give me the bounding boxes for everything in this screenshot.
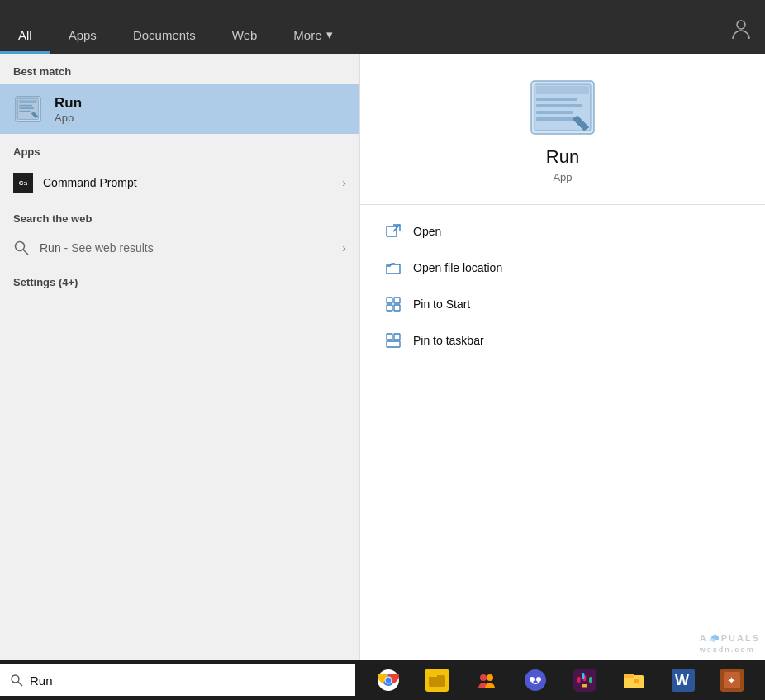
action-pin-start-label: Pin to Start [413, 298, 470, 311]
svg-text:W: W [675, 672, 689, 688]
watermark: A🧢PUALSwsxdn.com [695, 630, 765, 657]
svg-rect-46 [582, 673, 585, 679]
svg-rect-12 [536, 86, 589, 94]
taskbar-search-text: Run [30, 674, 53, 688]
web-chevron-icon: › [342, 241, 346, 255]
nav-tab-documents[interactable]: Documents [115, 28, 214, 54]
action-pin-taskbar-label: Pin to taskbar [413, 334, 484, 347]
svg-rect-18 [387, 226, 397, 236]
search-icon [13, 240, 30, 256]
svg-point-0 [737, 21, 745, 29]
action-list: Open Open file location [360, 205, 765, 367]
person-icon[interactable] [729, 17, 753, 45]
taskbar-search-icon [10, 674, 23, 687]
svg-rect-14 [536, 104, 582, 107]
svg-point-41 [530, 677, 535, 682]
svg-point-42 [536, 677, 541, 682]
web-search-item[interactable]: Run - See web results › [0, 231, 359, 264]
taskbar-fileexplorer-icon[interactable] [616, 663, 651, 698]
web-query-text: Run - See web results [40, 241, 154, 255]
svg-point-39 [487, 674, 493, 681]
nav-tab-web[interactable]: Web [214, 28, 276, 54]
svg-rect-47 [589, 677, 592, 683]
svg-rect-6 [19, 111, 30, 112]
action-open-file-location[interactable]: Open file location [360, 250, 765, 286]
chevron-down-icon: ▾ [326, 27, 333, 42]
svg-rect-16 [536, 117, 577, 121]
pin-start-icon [385, 296, 402, 312]
svg-rect-27 [387, 341, 400, 347]
svg-rect-35 [429, 675, 445, 687]
svg-rect-21 [387, 298, 392, 303]
best-match-label: Best match [0, 54, 359, 84]
right-panel: Run App Open [359, 54, 765, 698]
svg-point-40 [525, 669, 546, 691]
action-open-label: Open [413, 225, 441, 238]
svg-rect-24 [394, 305, 400, 311]
action-file-location-label: Open file location [413, 261, 502, 274]
apps-section-label: Apps [0, 134, 359, 164]
settings-label: Settings (4+) [0, 264, 359, 295]
svg-point-38 [480, 674, 487, 681]
action-pin-taskbar[interactable]: Pin to taskbar [360, 322, 765, 359]
run-app-icon-small [13, 94, 43, 124]
nav-tab-apps[interactable]: Apps [50, 28, 115, 54]
action-open[interactable]: Open [360, 213, 765, 250]
web-section-label: Search the web [0, 201, 359, 231]
app-detail-name: Run [546, 146, 579, 168]
main-area: Best match Run App Apps [0, 54, 765, 698]
taskbar-people-icon[interactable] [469, 663, 504, 698]
action-pin-start[interactable]: Pin to Start [360, 286, 765, 322]
cmd-icon: C:\ [13, 173, 33, 193]
taskbar-cortana-icon[interactable] [518, 663, 553, 698]
app-item-command-prompt[interactable]: C:\ Command Prompt › [0, 164, 359, 201]
svg-rect-15 [536, 111, 573, 114]
chevron-right-icon: › [342, 176, 346, 189]
left-panel: Best match Run App Apps [0, 54, 359, 698]
best-match-item[interactable]: Run App [0, 84, 359, 134]
taskbar-chrome-icon[interactable] [371, 663, 406, 698]
svg-rect-51 [634, 679, 639, 683]
nav-tab-all[interactable]: All [0, 28, 50, 54]
svg-point-33 [385, 678, 391, 683]
cmd-label: Command Prompt [43, 176, 137, 189]
svg-rect-3 [19, 100, 36, 103]
taskbar-search-box[interactable]: Run [0, 664, 355, 696]
svg-point-8 [16, 242, 25, 251]
svg-rect-4 [19, 105, 32, 107]
taskbar-unknown-app-icon[interactable]: ✦ [715, 663, 749, 698]
top-nav: All Apps Documents Web More ▾ [0, 0, 765, 54]
taskbar-icons: W ✦ [355, 663, 765, 698]
svg-text:✦: ✦ [727, 674, 736, 687]
app-detail-header: Run App [360, 54, 765, 205]
svg-rect-5 [19, 107, 34, 109]
taskbar-word-icon[interactable]: W [666, 663, 701, 698]
taskbar-powerautomate-icon[interactable] [420, 663, 454, 698]
nav-tab-more[interactable]: More ▾ [275, 27, 350, 54]
folder-icon [385, 260, 402, 276]
svg-rect-44 [577, 677, 581, 683]
svg-rect-25 [387, 334, 392, 340]
taskbar-slack-icon[interactable] [568, 663, 602, 698]
svg-rect-23 [387, 305, 392, 311]
svg-rect-48 [582, 684, 587, 688]
open-icon [385, 223, 402, 240]
best-match-name: Run [55, 95, 82, 112]
svg-rect-36 [429, 674, 437, 677]
svg-rect-50 [624, 674, 634, 678]
best-match-type: App [55, 112, 82, 124]
run-app-icon-large [530, 79, 596, 136]
svg-line-29 [18, 682, 22, 686]
svg-rect-26 [394, 334, 400, 340]
best-match-text: Run App [55, 95, 82, 124]
taskbar: Run [0, 660, 765, 700]
pin-taskbar-icon [385, 332, 402, 349]
svg-rect-13 [536, 98, 577, 101]
app-detail-type: App [553, 171, 572, 183]
svg-rect-22 [394, 298, 400, 303]
svg-line-9 [23, 250, 28, 255]
svg-point-28 [12, 675, 19, 683]
